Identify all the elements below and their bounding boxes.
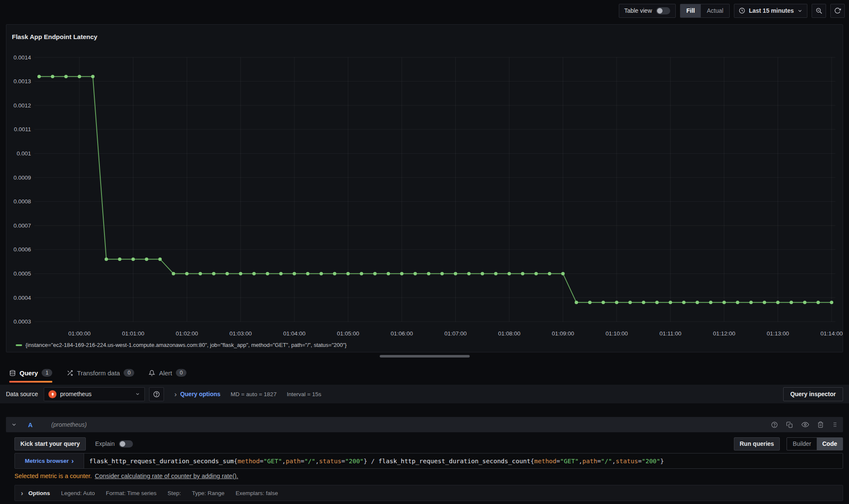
kick-start-query-button[interactable]: Kick start your query bbox=[14, 437, 86, 451]
time-range-label: Last 15 minutes bbox=[749, 7, 794, 14]
svg-text:0.0007: 0.0007 bbox=[14, 222, 31, 229]
toggle-knob bbox=[120, 441, 125, 447]
legend-color-swatch bbox=[16, 344, 22, 346]
datasource-label: Data source bbox=[6, 391, 38, 397]
table-view-toggle[interactable] bbox=[656, 7, 670, 14]
code-option[interactable]: Code bbox=[817, 438, 843, 450]
interval-summary: Interval = 15s bbox=[287, 391, 321, 397]
chart-legend-item[interactable]: {instance="ec2-184-169-216-224.us-west-1… bbox=[16, 342, 347, 348]
query-options-toggle[interactable]: › Query options bbox=[174, 391, 220, 398]
svg-text:01:13:00: 01:13:00 bbox=[767, 330, 789, 337]
tab-transform-data[interactable]: Transform data 0 bbox=[67, 362, 134, 383]
tab-alert-badge: 0 bbox=[176, 369, 186, 377]
prometheus-icon bbox=[48, 390, 56, 398]
builder-code-switch: Builder Code bbox=[787, 437, 843, 451]
svg-text:01:06:00: 01:06:00 bbox=[391, 330, 413, 337]
datasource-help-button[interactable] bbox=[149, 387, 164, 401]
zoom-out-icon bbox=[815, 7, 823, 14]
query-ref-id: A bbox=[28, 421, 33, 428]
options-toggle[interactable]: › Options bbox=[21, 490, 50, 497]
chevron-right-icon: › bbox=[71, 457, 74, 465]
svg-text:0.0009: 0.0009 bbox=[14, 175, 31, 181]
svg-text:0.0005: 0.0005 bbox=[14, 270, 31, 277]
query-options-summary-row[interactable]: › Options Legend: Auto Format: Time seri… bbox=[14, 485, 843, 501]
refresh-button[interactable] bbox=[830, 4, 845, 18]
run-queries-button[interactable]: Run queries bbox=[734, 437, 780, 451]
datasource-select[interactable]: prometheus bbox=[44, 387, 145, 401]
drag-handle-icon[interactable] bbox=[832, 421, 838, 428]
fill-button[interactable]: Fill bbox=[680, 4, 701, 17]
timeseries-panel: Flask App Endpoint Latency 0.00140.00130… bbox=[6, 24, 843, 352]
fill-actual-group: Fill Actual bbox=[680, 4, 730, 18]
svg-text:0.0004: 0.0004 bbox=[14, 295, 31, 301]
option-legend: Legend: Auto bbox=[61, 490, 95, 496]
duplicate-query-icon[interactable] bbox=[786, 421, 793, 428]
query-editor-toolbar: Kick start your query Explain Run querie… bbox=[14, 437, 843, 451]
shuffle-icon bbox=[67, 370, 73, 376]
svg-text:01:14:00: 01:14:00 bbox=[821, 330, 843, 337]
svg-text:01:04:00: 01:04:00 bbox=[283, 330, 306, 337]
legend-series-label: {instance="ec2-184-169-216-224.us-west-1… bbox=[25, 342, 347, 348]
tab-alert[interactable]: Alert 0 bbox=[149, 362, 186, 383]
editor-tabbar: Query 1 Transform data 0 Alert 0 bbox=[0, 362, 849, 383]
option-exemplars: Exemplars: false bbox=[236, 490, 278, 496]
option-step: Step: bbox=[168, 490, 181, 496]
promql-query-input[interactable]: flask_http_request_duration_seconds_sum{… bbox=[84, 453, 843, 468]
tab-transform-badge: 0 bbox=[124, 369, 134, 377]
explain-toggle[interactable] bbox=[119, 440, 133, 448]
option-type: Type: Range bbox=[192, 490, 225, 496]
query-row-actions bbox=[771, 421, 838, 428]
max-datapoints-summary: MD = auto = 1827 bbox=[231, 391, 276, 397]
svg-text:01:10:00: 01:10:00 bbox=[606, 330, 628, 337]
svg-text:0.0003: 0.0003 bbox=[14, 318, 31, 325]
builder-option[interactable]: Builder bbox=[787, 438, 817, 450]
svg-text:01:08:00: 01:08:00 bbox=[498, 330, 521, 337]
time-range-picker[interactable]: Last 15 minutes bbox=[734, 4, 807, 18]
collapse-chevron-icon[interactable] bbox=[11, 422, 17, 428]
query-row-header[interactable]: A (prometheus) bbox=[6, 417, 843, 432]
svg-text:01:00:00: 01:00:00 bbox=[68, 330, 91, 337]
disable-query-eye-icon[interactable] bbox=[801, 421, 809, 428]
tab-query[interactable]: Query 1 bbox=[9, 362, 52, 383]
metrics-browser-toggle[interactable]: Metrics browser › bbox=[15, 453, 84, 468]
svg-text:01:02:00: 01:02:00 bbox=[176, 330, 198, 337]
query-datasource-hint: (prometheus) bbox=[51, 421, 87, 428]
zoom-out-button[interactable] bbox=[812, 4, 826, 18]
svg-text:01:05:00: 01:05:00 bbox=[337, 330, 359, 337]
svg-text:0.0012: 0.0012 bbox=[14, 102, 31, 109]
tab-alert-label: Alert bbox=[159, 369, 172, 377]
horizontal-scrollbar[interactable] bbox=[380, 355, 470, 358]
chevron-right-icon: › bbox=[174, 391, 177, 398]
chevron-down-icon bbox=[135, 391, 140, 397]
active-tab-underline bbox=[9, 381, 52, 383]
actual-button[interactable]: Actual bbox=[701, 4, 729, 17]
tab-transform-label: Transform data bbox=[77, 369, 120, 377]
warning-text: Selected metric is a counter. bbox=[14, 473, 92, 479]
query-help-icon[interactable] bbox=[771, 421, 778, 428]
explain-control: Explain bbox=[95, 440, 133, 448]
table-view-control: Table view bbox=[619, 4, 676, 18]
promql-editor: Metrics browser › flask_http_request_dur… bbox=[14, 453, 843, 469]
chevron-down-icon bbox=[797, 8, 803, 14]
datasource-value: prometheus bbox=[60, 391, 132, 397]
add-rate-link[interactable]: Consider calculating rate of counter by … bbox=[95, 473, 238, 479]
query-inspector-button[interactable]: Query inspector bbox=[783, 387, 843, 401]
svg-text:0.0014: 0.0014 bbox=[14, 54, 31, 61]
editor-right-actions: Run queries Builder Code bbox=[734, 437, 843, 451]
delete-query-trash-icon[interactable] bbox=[817, 421, 824, 428]
option-format: Format: Time series bbox=[106, 490, 156, 496]
svg-text:01:11:00: 01:11:00 bbox=[660, 330, 682, 337]
options-label: Options bbox=[28, 490, 50, 496]
chevron-right-icon: › bbox=[21, 490, 23, 497]
svg-text:01:12:00: 01:12:00 bbox=[713, 330, 736, 337]
tab-query-badge: 1 bbox=[42, 369, 52, 377]
svg-text:0.0006: 0.0006 bbox=[14, 246, 31, 253]
query-options-label: Query options bbox=[180, 391, 220, 397]
svg-text:01:01:00: 01:01:00 bbox=[122, 330, 144, 337]
panel-title[interactable]: Flask App Endpoint Latency bbox=[12, 33, 97, 40]
svg-text:0.0011: 0.0011 bbox=[14, 126, 31, 132]
counter-warning: Selected metric is a counter. Consider c… bbox=[14, 471, 843, 481]
latency-chart[interactable]: 0.00140.00130.00120.00110.0010.00090.000… bbox=[6, 49, 843, 342]
tab-query-label: Query bbox=[20, 369, 38, 377]
svg-text:01:09:00: 01:09:00 bbox=[552, 330, 574, 337]
